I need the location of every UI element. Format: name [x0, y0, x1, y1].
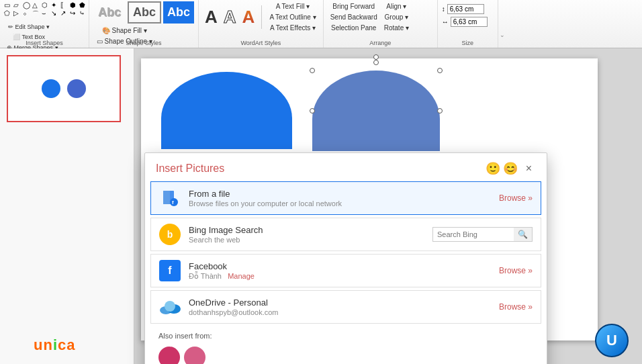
shape-icon[interactable]: ⬠: [4, 9, 13, 19]
onedrive-name: OneDrive - Personal: [189, 298, 499, 308]
style-abc-3[interactable]: Abc: [163, 1, 194, 24]
insert-shapes-label: Insert Shapes: [0, 40, 89, 46]
bing-option[interactable]: b Bing Image Search Search the web 🔍: [150, 218, 541, 251]
arrange-section: Bring Forward Send Backward Selection Pa…: [324, 0, 438, 48]
facebook-option[interactable]: f Facebook Đỗ Thành Manage Browse »: [150, 254, 541, 287]
shape-icon[interactable]: ✦: [51, 1, 60, 9]
shape-icon[interactable]: ⌒: [32, 9, 41, 19]
wordart-styles-section: A A A A Text Fill ▾ A Text Outline ▾ A T…: [199, 0, 324, 48]
height-icon: ↕: [442, 5, 445, 13]
bing-text: Bing Image Search Search the web: [189, 225, 432, 244]
selection-pane-button[interactable]: Selection Pane: [328, 23, 380, 33]
group-button[interactable]: Group ▾: [381, 12, 412, 22]
handle-mid-left[interactable]: [310, 108, 315, 113]
emoji-1: 🙂: [486, 161, 500, 176]
facebook-desc: Đỗ Thành Manage: [189, 272, 499, 281]
bing-desc: Search the web: [189, 236, 432, 244]
onedrive-desc: dothanhspyb@outlook.com: [189, 308, 499, 316]
unica-i: i: [53, 336, 58, 354]
onedrive-text: OneDrive - Personal dothanhspyb@outlook.…: [189, 298, 499, 316]
bring-forward-button[interactable]: Bring Forward: [328, 1, 380, 11]
canvas-area: Insert Pictures 🙂 😊 × f: [0, 48, 642, 364]
facebook-name: Facebook: [189, 261, 499, 271]
also-insert-icons: [150, 343, 541, 364]
from-file-browse-button[interactable]: Browse »: [499, 193, 533, 203]
shape-left[interactable]: [161, 72, 292, 149]
width-input[interactable]: [451, 17, 488, 27]
from-file-desc: Browse files on your computer or local n…: [189, 199, 499, 208]
ribbon-expand-button[interactable]: ⌄: [500, 32, 505, 38]
onedrive-browse-button[interactable]: Browse »: [499, 302, 533, 312]
u-circle-button[interactable]: U: [595, 324, 629, 357]
shape-styles-label: Shape Styles: [89, 40, 198, 46]
bing-search-input[interactable]: [433, 228, 514, 240]
size-section: ↕ ↔ Size: [438, 0, 498, 48]
handle-mid-right[interactable]: [437, 108, 443, 113]
svg-point-6: [165, 301, 175, 312]
slide-thumbnail[interactable]: [7, 55, 121, 122]
wordart-a-gradient[interactable]: A: [240, 7, 257, 27]
shape-icon[interactable]: ↘: [51, 9, 60, 19]
handle-top-right[interactable]: [437, 68, 443, 73]
onedrive-option[interactable]: OneDrive - Personal dothanhspyb@outlook.…: [150, 290, 541, 324]
shape-icon[interactable]: ◯: [23, 1, 32, 9]
text-effects-button[interactable]: A Text Effects ▾: [267, 23, 318, 33]
also-insert-icon-2[interactable]: [184, 347, 205, 364]
style-abc-1[interactable]: Abc: [93, 1, 126, 24]
width-icon: ↔: [442, 18, 449, 26]
rotation-handle[interactable]: [373, 54, 379, 60]
insert-pictures-modal: Insert Pictures 🙂 😊 × f: [144, 152, 547, 364]
text-fill-button[interactable]: A Text Fill ▾: [267, 1, 318, 11]
emoji-2: 😊: [503, 161, 518, 176]
send-backward-button[interactable]: Send Backward: [328, 12, 380, 22]
facebook-browse-button[interactable]: Browse »: [499, 266, 533, 275]
handle-top-center[interactable]: [373, 60, 379, 65]
shape-fill-button[interactable]: 🎨 Shape Fill ▾: [93, 26, 156, 36]
shape-icon[interactable]: △: [32, 1, 41, 9]
shape-icon[interactable]: ▭: [4, 1, 13, 9]
from-file-option[interactable]: f From a file Browse files on your compu…: [150, 181, 541, 215]
emoji-area: 🙂 😊: [486, 161, 518, 176]
also-insert-icon-1[interactable]: [158, 347, 180, 364]
onedrive-icon: [159, 296, 181, 318]
ribbon: ▭ ▱ ◯ △ ⬡ ✦ ⟦ ⬢ ⬟ ⬠ ▷ ⬦ ⌒ ⌣ ↘ ↗ ↪: [0, 0, 642, 48]
size-label: Size: [438, 40, 498, 46]
unica-n: n: [43, 336, 52, 354]
wordart-a-plain[interactable]: A: [203, 7, 220, 27]
height-input[interactable]: [447, 4, 484, 14]
shape-icon[interactable]: ⌣: [42, 9, 50, 19]
handle-top-left[interactable]: [310, 68, 315, 73]
facebook-text: Facebook Đỗ Thành Manage: [189, 261, 499, 281]
style-abc-2[interactable]: Abc: [128, 1, 161, 24]
shape-icon[interactable]: ⬢: [70, 1, 79, 9]
unica-c: c: [58, 336, 66, 354]
modal-body: f From a file Browse files on your compu…: [145, 181, 547, 364]
shape-icon[interactable]: ⬟: [79, 1, 88, 9]
bing-icon: b: [159, 224, 181, 245]
shape-icon[interactable]: ▱: [13, 1, 22, 9]
shape-icon[interactable]: ⟦: [60, 1, 69, 9]
shape-icon[interactable]: ⬦: [23, 9, 32, 19]
shape-icon[interactable]: ⤷: [79, 9, 88, 19]
text-outline-button[interactable]: A Text Outline ▾: [267, 12, 318, 22]
align-button[interactable]: Align ▾: [381, 1, 412, 11]
modal-close-button[interactable]: ×: [522, 161, 536, 176]
thumbnail-panel: [0, 48, 134, 364]
bing-name: Bing Image Search: [189, 225, 432, 235]
shape-icon[interactable]: ↪: [70, 9, 79, 19]
shape-icon[interactable]: ↗: [60, 9, 69, 19]
rotate-button[interactable]: Rotate ▾: [381, 23, 412, 33]
bing-search-button[interactable]: 🔍: [514, 228, 532, 241]
facebook-icon: f: [159, 260, 181, 281]
u-circle-label: U: [606, 332, 617, 349]
from-file-text: From a file Browse files on your compute…: [189, 189, 499, 208]
wordart-a-outline[interactable]: A: [222, 7, 238, 27]
modal-header: Insert Pictures 🙂 😊 ×: [145, 153, 547, 181]
edit-shape-button[interactable]: ✏ Edit Shape ▾: [5, 22, 52, 32]
shape-icon[interactable]: ⬡: [42, 1, 50, 9]
thumbnail-circle-1: [42, 79, 60, 98]
shape-right-container[interactable]: [312, 71, 440, 151]
facebook-manage-link[interactable]: Manage: [228, 272, 255, 280]
unica-logo: u n i c a: [34, 336, 76, 354]
shape-icon[interactable]: ▷: [13, 9, 22, 19]
